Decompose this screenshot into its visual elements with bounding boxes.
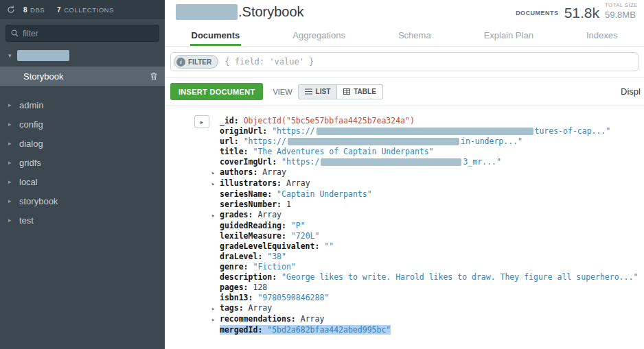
field-value: "38"	[267, 252, 286, 261]
field-key: draLevel:	[220, 252, 262, 261]
field-key: seriesNumber:	[220, 200, 281, 209]
field-value: ObjectId("5bc5e57bbfaa4425b7ea324a")	[244, 116, 415, 125]
field-key: tags:	[220, 303, 244, 313]
database-label: admin	[19, 100, 43, 110]
sidebar-header: 8 DBS 7 COLLECTIONS	[0, 0, 165, 19]
document-fields: _id: ObjectId("5bc5e57bbfaa4425b7ea324a"…	[211, 116, 644, 335]
tab-indexes[interactable]: Indexes	[585, 27, 619, 46]
expand-field-icon[interactable]: ▸	[211, 210, 220, 221]
field-key: originUrl:	[220, 126, 267, 136]
document-card: ▸ _id: ObjectId("5bc5e57bbfaa4425b7ea324…	[165, 106, 644, 335]
list-view-button[interactable]: LIST	[298, 84, 338, 99]
field-value: "720L"	[291, 231, 320, 241]
sidebar-item-storybook[interactable]: ▸storybook	[0, 191, 165, 210]
collections-label: COLLECTIONS	[64, 6, 114, 14]
field-row-recommendations[interactable]: ▸recommendations: Array	[211, 314, 644, 325]
field-key: url:	[220, 136, 239, 146]
expand-document-button[interactable]: ▸	[194, 115, 209, 128]
chevron-right-icon[interactable]: ▸	[8, 121, 14, 128]
query-input[interactable]: { field: 'value' }	[225, 57, 632, 67]
field-row-illustrators[interactable]: ▸illustrators: Array	[211, 178, 644, 189]
field-row-coverImgUrl[interactable]: coverImgUrl: "https:/3_mr..."	[211, 157, 644, 167]
sidebar-item-test[interactable]: ▸test	[0, 210, 165, 230]
expanded-database[interactable]: ▾	[0, 47, 165, 64]
field-value: "The Adventures of Captain Underpants"	[253, 147, 433, 156]
sidebar-item-local[interactable]: ▸local	[0, 172, 165, 191]
total-size-label: TOTAL SIZE	[605, 2, 638, 8]
documents-count: 51.8k	[564, 5, 599, 20]
field-key: seriesName:	[220, 189, 272, 199]
active-collection-label: Storybook	[23, 71, 64, 82]
field-row-seriesNumber[interactable]: seriesNumber: 1	[211, 200, 644, 210]
table-view-label: TABLE	[354, 88, 376, 95]
insert-document-button[interactable]: INSERT DOCUMENT	[170, 83, 263, 100]
field-value: "https://tures-of-cap..."	[272, 126, 610, 136]
field-row-draLevel[interactable]: draLevel: "38"	[211, 252, 644, 262]
field-row-_id[interactable]: _id: ObjectId("5bc5e57bbfaa4425b7ea324a"…	[211, 116, 644, 126]
field-key: description:	[220, 272, 277, 282]
tab-schema[interactable]: Schema	[397, 27, 433, 46]
view-toggle: LIST TABLE	[298, 84, 383, 99]
expand-field-icon[interactable]: ▸	[211, 315, 220, 325]
field-row-mergedId[interactable]: mergedId: "5bd2a682bfaa442abed995bc"	[211, 325, 644, 335]
field-key: isbn13:	[220, 293, 253, 302]
field-value: "9780590846288"	[257, 293, 329, 302]
field-row-url[interactable]: url: "https://in-underp..."	[211, 136, 644, 147]
expand-field-icon[interactable]: ▸	[211, 304, 220, 314]
field-row-lexileMeasure[interactable]: lexileMeasure: "720L"	[211, 231, 644, 241]
database-label: dialog	[19, 139, 43, 149]
field-key: recommendations:	[220, 314, 296, 324]
sidebar-item-gridfs[interactable]: ▸gridfs	[0, 153, 165, 172]
tab-explain-plan[interactable]: Explain Plan	[483, 27, 535, 46]
sidebar-item-config[interactable]: ▸config	[0, 115, 165, 134]
chevron-right-icon[interactable]: ▸	[8, 178, 14, 185]
field-key: authors:	[220, 167, 257, 177]
sidebar-item-dialog[interactable]: ▸dialog	[0, 134, 165, 153]
chevron-right-icon[interactable]: ▸	[8, 140, 14, 147]
sidebar-filter-input[interactable]	[23, 29, 154, 38]
filter-button[interactable]: i FILTER	[174, 55, 218, 69]
field-row-seriesName[interactable]: seriesName: "Captain Underpants"	[211, 189, 644, 200]
chevron-right-icon[interactable]: ▸	[8, 101, 14, 108]
field-row-description[interactable]: description: "George likes to write. Har…	[211, 272, 644, 282]
field-row-originUrl[interactable]: originUrl: "https://tures-of-cap..."	[211, 126, 644, 136]
field-row-pages[interactable]: pages: 128	[211, 282, 644, 293]
field-key: gradeLevelEquivalent:	[220, 241, 319, 251]
refresh-icon[interactable]	[7, 5, 15, 14]
field-row-isbn13[interactable]: isbn13: "9780590846288"	[211, 293, 644, 303]
expand-field-icon[interactable]: ▸	[211, 179, 220, 189]
field-key: pages:	[220, 282, 249, 292]
database-label: gridfs	[19, 158, 41, 168]
field-value: ""	[324, 241, 334, 251]
field-row-gradeLevelEquivalent[interactable]: gradeLevelEquivalent: ""	[211, 241, 644, 252]
field-row-tags[interactable]: ▸tags: Array	[211, 303, 644, 314]
sidebar-item-admin[interactable]: ▸admin	[0, 95, 165, 115]
redacted-database-name	[17, 50, 69, 61]
chevron-right-icon[interactable]: ▸	[8, 217, 14, 224]
field-key: mergedId:	[220, 325, 262, 335]
sidebar-filter[interactable]	[5, 25, 159, 42]
field-row-authors[interactable]: ▸authors: Array	[211, 167, 644, 178]
chevron-right-icon[interactable]: ▸	[8, 159, 14, 166]
database-label: storybook	[19, 196, 58, 206]
sidebar-item-storybook-collection[interactable]: Storybook	[0, 67, 165, 86]
field-row-grades[interactable]: ▸grades: Array	[211, 210, 644, 221]
database-label: test	[19, 215, 34, 226]
collections-count: 7	[57, 6, 61, 14]
field-key: illustrators:	[220, 178, 281, 188]
trash-icon[interactable]	[150, 72, 158, 81]
query-bar[interactable]: i FILTER { field: 'value' }	[170, 52, 639, 71]
field-row-genre[interactable]: genre: "Fiction"	[211, 262, 644, 272]
database-label: config	[19, 119, 43, 130]
field-row-title[interactable]: title: "The Adventures of Captain Underp…	[211, 147, 644, 157]
field-row-guidedReading[interactable]: guidedReading: "P"	[211, 221, 644, 231]
total-size: TOTAL SIZE 59.8MB	[605, 2, 644, 20]
expand-field-icon[interactable]: ▸	[211, 168, 220, 178]
chevron-right-icon[interactable]: ▸	[8, 197, 14, 204]
chevron-down-icon[interactable]: ▾	[8, 52, 12, 59]
collection-title: .Storybook	[238, 4, 304, 20]
field-value: Array	[257, 210, 281, 219]
tab-documents[interactable]: Documents	[190, 27, 242, 46]
tab-aggregations[interactable]: Aggregations	[291, 27, 347, 46]
table-view-button[interactable]: TABLE	[337, 84, 383, 99]
